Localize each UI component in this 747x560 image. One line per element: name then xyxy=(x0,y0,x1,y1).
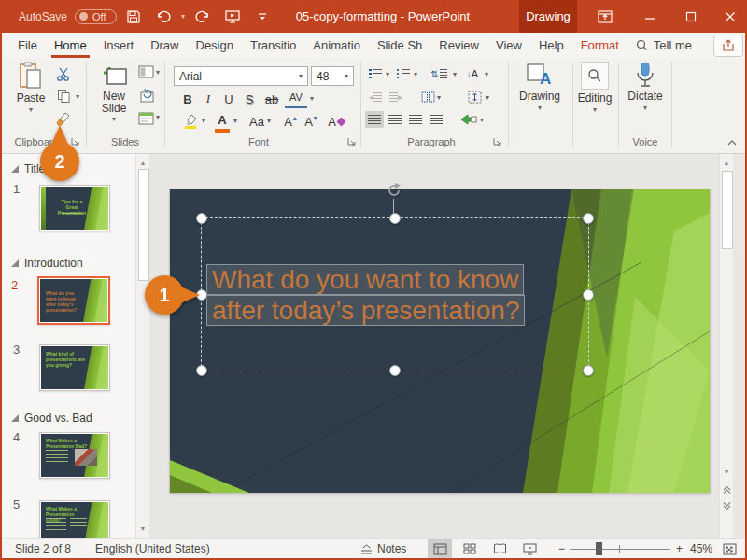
share-button[interactable] xyxy=(713,35,743,57)
increase-indent-button[interactable]: ▸ xyxy=(387,89,405,105)
smartart-dropdown-icon[interactable]: ▾ xyxy=(480,117,484,124)
paste-dropdown-icon[interactable]: ▾ xyxy=(29,106,33,114)
drawing-button[interactable]: A Drawing ▾ xyxy=(514,62,566,112)
resize-handle-top-left[interactable] xyxy=(196,213,207,224)
italic-button[interactable]: I xyxy=(200,90,217,108)
scrollbar-thumb[interactable] xyxy=(722,171,733,249)
paragraph-dialog-launcher-icon[interactable] xyxy=(493,136,503,147)
char-spacing-dropdown-icon[interactable]: ▾ xyxy=(310,95,314,103)
scroll-down-icon[interactable]: ▼ xyxy=(136,522,149,535)
scroll-down-icon[interactable]: ▼ xyxy=(720,465,733,478)
scrollbar-thumb[interactable] xyxy=(138,169,149,281)
columns-dropdown-icon[interactable]: ▾ xyxy=(437,94,441,102)
drawing-dropdown-icon[interactable]: ▾ xyxy=(538,105,542,112)
justify-button[interactable] xyxy=(427,111,445,128)
zoom-level[interactable]: 45% xyxy=(690,539,712,559)
thumbnail-panel-scrollbar[interactable]: ▲ ▼ xyxy=(135,154,149,538)
save-icon[interactable] xyxy=(121,5,146,29)
align-text-button[interactable] xyxy=(465,89,484,105)
section-header-introduction[interactable]: Introduction xyxy=(11,257,83,270)
font-family-combobox[interactable]: Arial ▾ xyxy=(174,66,308,86)
resize-handle-top-center[interactable] xyxy=(389,213,401,224)
text-direction-dropdown-icon[interactable]: ▾ xyxy=(485,71,488,78)
section-dropdown-icon[interactable]: ▾ xyxy=(156,114,160,121)
scroll-up-icon[interactable]: ▲ xyxy=(136,156,149,169)
strikethrough-button[interactable]: ab xyxy=(261,90,282,108)
undo-dropdown-icon[interactable]: ▾ xyxy=(181,13,185,21)
zoom-slider-thumb[interactable] xyxy=(596,542,602,555)
customize-qat-icon[interactable] xyxy=(250,5,275,29)
tab-transitions[interactable]: Transitio xyxy=(242,33,304,58)
tab-insert[interactable]: Insert xyxy=(95,33,143,58)
collapse-ribbon-icon[interactable] xyxy=(723,134,741,151)
bold-button[interactable]: B xyxy=(179,90,196,108)
slide-text-line-2[interactable]: after today’s presentation? xyxy=(206,295,525,326)
resize-handle-bottom-center[interactable] xyxy=(389,365,401,376)
align-center-button[interactable] xyxy=(386,111,404,128)
numbering-dropdown-icon[interactable]: ▾ xyxy=(414,71,417,78)
tab-home[interactable]: Home xyxy=(46,33,95,58)
paste-button[interactable]: Paste ▾ xyxy=(11,62,50,114)
editing-button[interactable]: Editing ▾ xyxy=(573,62,616,114)
slide-text-line-1[interactable]: What do you want to know xyxy=(206,264,524,295)
resize-handle-bottom-right[interactable] xyxy=(583,365,594,376)
close-button[interactable] xyxy=(713,0,747,33)
tab-draw[interactable]: Draw xyxy=(142,33,187,58)
line-spacing-dropdown-icon[interactable]: ▾ xyxy=(453,71,457,78)
change-case-dropdown-icon[interactable]: ▾ xyxy=(267,118,271,125)
slide-thumbnail-5[interactable]: What Makes a Presentation Good? xyxy=(39,500,110,538)
slide-sorter-view-button[interactable] xyxy=(458,539,482,558)
previous-slide-icon[interactable] xyxy=(720,483,733,496)
resize-handle-middle-right[interactable] xyxy=(583,289,594,301)
change-case-button[interactable]: Aa xyxy=(247,112,267,131)
decrease-font-size-button[interactable]: A▾ xyxy=(303,112,319,131)
reset-slide-button[interactable] xyxy=(136,87,155,104)
notes-button[interactable]: Notes xyxy=(360,539,406,559)
highlight-color-button[interactable] xyxy=(181,112,200,129)
rotate-handle-icon[interactable] xyxy=(386,182,402,199)
tab-file[interactable]: File xyxy=(9,33,46,58)
zoom-slider-track[interactable] xyxy=(570,549,670,550)
font-dialog-launcher-icon[interactable] xyxy=(347,136,358,147)
start-slideshow-icon[interactable] xyxy=(220,5,245,29)
next-slide-icon[interactable] xyxy=(720,499,733,512)
underline-button[interactable]: U xyxy=(220,90,237,108)
slide-thumbnail-4[interactable]: What Makes a Presentation Bad? xyxy=(39,432,110,479)
resize-handle-top-right[interactable] xyxy=(583,213,594,224)
zoom-out-button[interactable]: − xyxy=(558,539,565,559)
bullets-dropdown-icon[interactable]: ▾ xyxy=(386,71,389,78)
columns-button[interactable] xyxy=(418,89,437,105)
zoom-in-button[interactable]: + xyxy=(676,539,683,559)
resize-handle-bottom-left[interactable] xyxy=(196,365,207,376)
cut-button[interactable] xyxy=(54,65,73,82)
dictate-button[interactable]: Dictate ▾ xyxy=(622,62,669,112)
tab-format[interactable]: Format xyxy=(572,33,627,58)
highlight-dropdown-icon[interactable]: ▾ xyxy=(202,118,205,125)
current-slide[interactable]: What do you want to know after today’s p… xyxy=(170,189,710,493)
slide-indicator[interactable]: Slide 2 of 8 xyxy=(15,539,71,559)
slide-thumbnail-3[interactable]: What kind of presentations are you givin… xyxy=(39,344,110,391)
tab-slideshow[interactable]: Slide Sh xyxy=(369,33,430,58)
slideshow-view-button[interactable] xyxy=(517,539,542,558)
tab-view[interactable]: View xyxy=(487,33,530,58)
font-color-dropdown-icon[interactable]: ▾ xyxy=(233,118,237,125)
layout-dropdown-icon[interactable]: ▾ xyxy=(156,69,160,77)
scroll-up-icon[interactable]: ▲ xyxy=(720,156,733,169)
drawing-context-tab[interactable]: Drawing xyxy=(519,0,577,33)
align-text-dropdown-icon[interactable]: ▾ xyxy=(486,94,489,102)
fit-slide-to-window-button[interactable] xyxy=(717,539,741,558)
tell-me-box[interactable]: Tell me xyxy=(627,33,700,58)
dictate-dropdown-icon[interactable]: ▾ xyxy=(643,105,647,112)
bullets-button[interactable] xyxy=(366,65,385,82)
align-left-button[interactable] xyxy=(365,111,384,128)
tab-animations[interactable]: Animatio xyxy=(304,33,369,58)
tab-design[interactable]: Design xyxy=(188,33,242,58)
section-header-good-vs-bad[interactable]: Good vs. Bad xyxy=(11,412,92,425)
line-spacing-button[interactable]: ⇅ xyxy=(430,65,448,82)
copy-dropdown-icon[interactable]: ▾ xyxy=(76,93,79,101)
slide-layout-button[interactable] xyxy=(136,63,155,80)
tab-help[interactable]: Help xyxy=(530,33,572,58)
undo-icon[interactable] xyxy=(151,5,176,29)
slide-thumbnail-1[interactable]: Tips for a Great Presentation xyxy=(39,185,110,231)
reading-view-button[interactable] xyxy=(487,539,512,558)
